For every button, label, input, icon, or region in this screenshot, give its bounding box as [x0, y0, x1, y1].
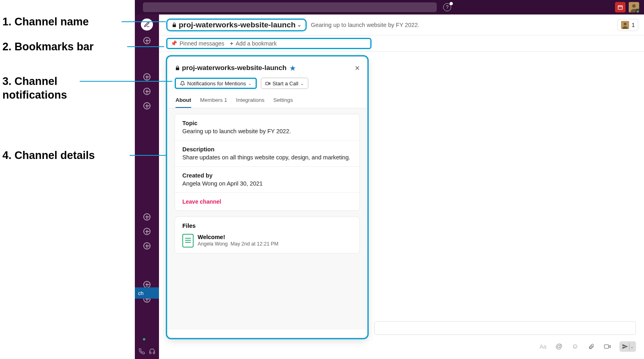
channel-topic: Gearing up to launch website by FY 2022. [311, 22, 419, 28]
tab-integrations[interactable]: Integrations [236, 94, 265, 108]
start-call-button[interactable]: Start a Call ⌄ [261, 78, 308, 89]
svg-rect-0 [618, 6, 623, 9]
about-card: Topic Gearing up to launch website by FY… [175, 114, 360, 211]
sidebar-icon-7[interactable] [142, 241, 151, 250]
notifications-label: Notifications for Mentions [187, 80, 246, 87]
chevron-down-icon: ⌄ [630, 345, 634, 349]
channel-details-panel: proj-waterworks-website-launch ★ ✕ Notif… [167, 56, 367, 338]
add-bookmark-button[interactable]: + Add a bookmark [230, 40, 277, 47]
created-value: Angela Wong on April 30, 2021 [182, 180, 352, 187]
tab-settings[interactable]: Settings [273, 94, 293, 108]
svg-point-5 [624, 23, 627, 25]
description-value: Share updates on all things website copy… [182, 154, 352, 161]
channel-name-text: proj-waterworks-website-launch [179, 21, 295, 29]
sidebar-icon-2[interactable] [142, 72, 151, 81]
description-row[interactable]: Description Share updates on all things … [175, 140, 359, 167]
format-icon[interactable]: Aa [539, 342, 547, 351]
file-item[interactable]: Welcome! Angela Wong May 2nd at 12:21 PM [182, 234, 352, 248]
top-bar: ? z [135, 0, 644, 14]
headphones-icon[interactable] [149, 348, 156, 355]
topic-row[interactable]: Topic Gearing up to launch website by FY… [175, 114, 359, 140]
annotation-panel: 1. Channel name 2. Bookmarks bar 3. Chan… [0, 0, 135, 359]
status-badge: z [636, 9, 639, 12]
channel-name-button[interactable]: proj-waterworks-website-launch ⌄ [166, 19, 307, 31]
sidebar-icon-6[interactable] [142, 227, 151, 236]
member-count-button[interactable]: 1 [617, 19, 638, 31]
send-button[interactable]: ⌄ [619, 341, 636, 352]
sidebar-icon-1[interactable] [142, 36, 151, 45]
bookmarks-bar: 📌 Pinned messages + Add a bookmark [159, 35, 644, 52]
call-label: Start a Call [272, 80, 298, 87]
pinned-messages-button[interactable]: 📌 Pinned messages [171, 40, 224, 47]
details-title: proj-waterworks-website-launch ★ [175, 64, 295, 72]
sidebar-selected-label: ch [138, 290, 144, 296]
pinned-label: Pinned messages [180, 40, 224, 47]
notifications-button[interactable]: Notifications for Mentions ⌄ [175, 78, 257, 89]
annotation-3a: 3. Channel [2, 75, 58, 89]
channel-header: proj-waterworks-website-launch ⌄ Gearing… [159, 14, 644, 35]
chevron-down-icon: ⌄ [248, 81, 252, 86]
left-sidebar: ch [135, 14, 159, 359]
search-input[interactable] [143, 2, 437, 12]
close-button[interactable]: ✕ [355, 64, 360, 72]
topic-value: Gearing up to launch website by FY 2022. [182, 128, 352, 134]
sidebar-selected-channel[interactable]: ch [135, 287, 159, 299]
created-label: Created by [182, 172, 352, 179]
description-label: Description [182, 146, 352, 153]
svg-rect-6 [266, 82, 269, 85]
annotation-line-2 [127, 46, 164, 47]
video-icon[interactable] [603, 342, 611, 351]
pin-icon: 📌 [171, 40, 177, 46]
leave-channel-button[interactable]: Leave channel [175, 193, 359, 210]
files-card: Files Welcome! Angela Wong May 2nd at 12… [175, 217, 360, 254]
chevron-down-icon: ⌄ [297, 22, 301, 28]
annotation-line-4 [130, 155, 167, 156]
file-time: May 2nd at 12:21 PM [231, 241, 279, 247]
lock-icon [175, 65, 180, 71]
topic-label: Topic [182, 120, 352, 126]
file-author: Angela Wong [198, 241, 228, 247]
files-label: Files [182, 223, 352, 229]
calendar-icon[interactable] [615, 2, 625, 12]
created-row: Created by Angela Wong on April 30, 2021 [175, 167, 359, 193]
file-icon [182, 234, 194, 248]
main-area: proj-waterworks-website-launch ⌄ Gearing… [159, 14, 644, 359]
details-title-text: proj-waterworks-website-launch [182, 64, 287, 72]
user-avatar[interactable]: z [629, 2, 639, 12]
annotation-3b: notifications [2, 89, 67, 102]
phone-icon[interactable] [138, 348, 145, 355]
file-name: Welcome! [198, 234, 279, 240]
annotation-2: 2. Bookmarks bar [2, 40, 94, 54]
mini-avatar [621, 21, 629, 29]
sidebar-icon-3[interactable] [142, 87, 151, 96]
help-button[interactable]: ? [442, 2, 452, 12]
notification-dot [450, 2, 453, 5]
annotation-4: 4. Channel details [2, 149, 95, 163]
bookmarks-highlight: 📌 Pinned messages + Add a bookmark [166, 38, 372, 49]
composer-toolbar: Aa @ ☺ ⌄ [539, 341, 636, 352]
plus-icon: + [230, 40, 233, 47]
star-icon[interactable]: ★ [290, 64, 295, 72]
details-tabs: About Members 1 Integrations Settings [167, 94, 367, 108]
sidebar-bottom [135, 348, 159, 355]
details-header: proj-waterworks-website-launch ★ ✕ [167, 57, 367, 74]
file-meta: Angela Wong May 2nd at 12:21 PM [198, 241, 279, 247]
mention-icon[interactable]: @ [555, 342, 563, 351]
details-actions: Notifications for Mentions ⌄ Start a Cal… [167, 74, 367, 94]
annotation-1: 1. Channel name [2, 15, 89, 29]
add-bookmark-label: Add a bookmark [235, 40, 277, 47]
tab-about[interactable]: About [175, 94, 191, 108]
emoji-icon[interactable]: ☺ [571, 342, 579, 351]
chevron-down-icon: ⌄ [300, 81, 304, 86]
compose-button[interactable] [141, 19, 153, 31]
details-body: Topic Gearing up to launch website by FY… [167, 108, 367, 330]
tab-members[interactable]: Members 1 [200, 94, 227, 108]
annotation-line-1 [122, 21, 166, 22]
sidebar-icon-4[interactable] [142, 101, 151, 110]
attach-icon[interactable] [587, 342, 595, 351]
sidebar-icon-5[interactable] [142, 213, 151, 221]
lock-icon [171, 22, 177, 28]
bell-icon [180, 81, 185, 86]
annotation-line-3 [80, 81, 172, 82]
message-composer[interactable] [374, 321, 636, 335]
